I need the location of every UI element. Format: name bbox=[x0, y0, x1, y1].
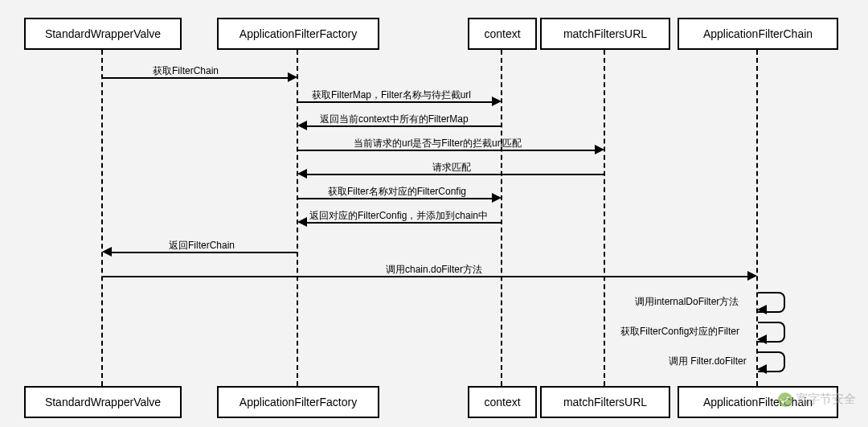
lifeline-4 bbox=[604, 50, 605, 386]
arrow-icon bbox=[297, 217, 307, 227]
msg-10-label: 调用internalDoFilter方法 bbox=[635, 295, 739, 309]
actor-bot-4: matchFiltersURL bbox=[540, 386, 670, 418]
msg-1-label: 获取FilterChain bbox=[153, 64, 219, 78]
msg-3-label: 返回当前context中所有的FilterMap bbox=[320, 113, 469, 126]
arrow-icon bbox=[492, 193, 502, 203]
msg-5-label: 请求匹配 bbox=[432, 161, 471, 174]
actor-bot-3: context bbox=[468, 386, 537, 418]
actor-top-2: ApplicationFilterFactory bbox=[217, 18, 379, 50]
actor-top-1: StandardWrapperValve bbox=[24, 18, 182, 50]
actor-bot-1: StandardWrapperValve bbox=[24, 386, 182, 418]
actor-top-4: matchFiltersURL bbox=[540, 18, 670, 50]
arrow-icon bbox=[297, 169, 307, 179]
arrow-icon bbox=[757, 335, 767, 344]
arrow-icon bbox=[747, 271, 757, 281]
actor-top-5: ApplicationFilterChain bbox=[678, 18, 838, 50]
actor-bot-2: ApplicationFilterFactory bbox=[217, 386, 379, 418]
watermark: 宽字节安全 bbox=[778, 392, 856, 407]
sequence-diagram: StandardWrapperValve ApplicationFilterFa… bbox=[0, 0, 868, 427]
msg-4-label: 当前请求的url是否与Filter的拦截url匹配 bbox=[354, 137, 522, 150]
msg-6-label: 获取Filter名称对应的FilterConfig bbox=[328, 185, 466, 199]
watermark-text: 宽字节安全 bbox=[796, 392, 856, 405]
msg-9-label: 调用chain.doFilter方法 bbox=[386, 263, 482, 277]
arrow-icon bbox=[595, 145, 604, 154]
arrow-icon bbox=[492, 96, 502, 106]
arrow-icon bbox=[757, 305, 767, 314]
arrow-icon bbox=[297, 121, 307, 130]
msg-11-label: 获取FilterConfig对应的Filter bbox=[620, 325, 739, 339]
msg-8-label: 返回FilterChain bbox=[169, 239, 235, 253]
lifeline-1 bbox=[101, 50, 103, 386]
arrow-icon bbox=[757, 364, 767, 374]
arrow-icon bbox=[102, 247, 112, 257]
actor-top-3: context bbox=[468, 18, 537, 50]
msg-7-label: 返回对应的FilterConfig，并添加到chain中 bbox=[309, 209, 488, 223]
arrow-icon bbox=[288, 72, 297, 82]
msg-12-label: 调用 Filter.doFilter bbox=[669, 355, 747, 368]
wechat-icon bbox=[778, 392, 792, 407]
msg-2-label: 获取FilterMap，Filter名称与待拦截url bbox=[312, 88, 471, 102]
